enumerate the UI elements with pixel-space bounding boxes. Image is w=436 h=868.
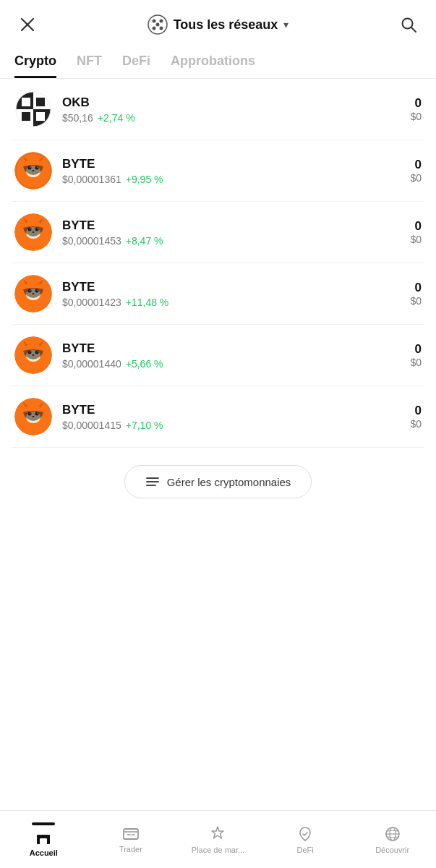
nav-label-defi: DeFi [296, 846, 313, 854]
token-balance: 0 [410, 96, 422, 111]
list-item[interactable]: BYTE $0,00001361 +9,95 % 0 $0 [12, 140, 424, 202]
discover-icon [384, 825, 401, 843]
byte-avatar [14, 336, 52, 374]
nav-label-trader: Trader [119, 845, 142, 854]
token-value: $0 [410, 295, 422, 307]
token-name: BYTE [62, 280, 168, 294]
close-button[interactable] [14, 12, 40, 38]
token-name: BYTE [62, 157, 163, 171]
manage-crypto-button[interactable]: Gérer les cryptomonnaies [124, 465, 312, 498]
svg-rect-16 [22, 98, 30, 106]
list-item[interactable]: BYTE $0,00001440 +5,66 % 0 $0 [12, 325, 424, 386]
byte-avatar [14, 152, 52, 190]
list-item[interactable]: BYTE $0,00001415 +7,10 % 0 $0 [12, 386, 424, 448]
nav-label-accueil: Accueil [30, 848, 58, 857]
token-balance: 0 [410, 158, 422, 172]
token-value: $0 [410, 111, 422, 122]
tab-defi[interactable]: DeFi [122, 54, 150, 78]
token-price: $50,16 [62, 112, 93, 124]
defi-icon [296, 825, 314, 843]
list-item[interactable]: BYTE $0,00001423 +11,48 % 0 $0 [12, 263, 424, 325]
nav-item-defi[interactable]: DeFi [262, 811, 349, 868]
byte-avatar [14, 213, 52, 251]
svg-rect-19 [36, 112, 45, 121]
token-name: BYTE [62, 403, 163, 417]
manage-btn-container: Gérer les cryptomonnaies [0, 448, 436, 513]
search-button[interactable] [396, 12, 422, 38]
tab-approbations[interactable]: Approbations [171, 54, 255, 78]
token-value: $0 [410, 357, 422, 368]
token-change: +2,74 % [98, 112, 135, 124]
token-change: +7,10 % [126, 420, 163, 431]
token-name: BYTE [62, 218, 163, 233]
svg-marker-101 [212, 827, 223, 838]
nav-item-decouvrir[interactable]: Découvrir [349, 811, 436, 868]
nav-item-accueil[interactable]: Accueil [0, 811, 87, 868]
token-value: $0 [410, 172, 422, 184]
svg-rect-97 [124, 829, 138, 839]
token-balance: 0 [410, 404, 422, 418]
nav-item-trader[interactable]: Trader [87, 811, 175, 868]
svg-point-6 [159, 27, 163, 30]
network-grid-icon [148, 14, 168, 35]
token-price: $0,00001361 [62, 174, 121, 185]
token-price: $0,00001453 [62, 235, 121, 247]
token-value: $0 [410, 418, 422, 430]
list-filter-icon [145, 475, 160, 489]
token-name: BYTE [62, 341, 163, 356]
token-price: $0,00001440 [62, 358, 121, 370]
svg-point-3 [152, 20, 155, 23]
network-title: Tous les réseaux [174, 17, 278, 33]
manage-crypto-label: Gérer les cryptomonnaies [167, 476, 291, 488]
token-list: OKB $50,16 +2,74 % 0 $0 [0, 79, 436, 448]
token-balance: 0 [410, 219, 422, 234]
active-indicator [32, 822, 55, 825]
tab-bar: Crypto NFT DeFi Approbations [0, 46, 436, 79]
header: Tous les réseaux ▾ [0, 0, 436, 46]
byte-avatar [14, 398, 52, 435]
token-change: +8,47 % [126, 235, 163, 247]
list-item[interactable]: BYTE $0,00001453 +8,47 % 0 $0 [12, 202, 424, 263]
trader-icon [122, 826, 140, 842]
token-balance: 0 [410, 342, 422, 357]
network-selector[interactable]: Tous les réseaux ▾ [148, 14, 289, 35]
svg-point-4 [159, 20, 163, 23]
marketplace-icon [209, 825, 226, 843]
token-value: $0 [410, 234, 422, 245]
tab-nft[interactable]: NFT [77, 54, 102, 78]
token-change: +9,95 % [126, 174, 163, 185]
nav-label-marketplace: Place de mar... [192, 846, 244, 854]
svg-point-7 [155, 23, 159, 27]
svg-rect-17 [36, 98, 45, 106]
token-change: +5,66 % [126, 358, 163, 370]
byte-avatar [14, 275, 52, 312]
okb-avatar [14, 90, 52, 128]
svg-rect-96 [40, 838, 47, 844]
svg-line-9 [411, 27, 416, 32]
chevron-down-icon: ▾ [283, 19, 288, 30]
token-price: $0,00001423 [62, 297, 121, 308]
nav-item-marketplace[interactable]: Place de mar... [174, 811, 262, 868]
token-balance: 0 [410, 281, 422, 295]
bottom-navigation: Accueil Trader Place de mar... [0, 810, 436, 868]
token-change: +11,48 % [126, 297, 169, 308]
svg-point-5 [152, 27, 155, 30]
tab-crypto[interactable]: Crypto [14, 54, 56, 78]
home-icon [35, 830, 52, 846]
token-price: $0,00001415 [62, 420, 121, 431]
token-name: OKB [62, 95, 135, 110]
list-item[interactable]: OKB $50,16 +2,74 % 0 $0 [12, 79, 424, 140]
svg-rect-18 [22, 112, 30, 121]
nav-label-decouvrir: Découvrir [375, 846, 409, 854]
